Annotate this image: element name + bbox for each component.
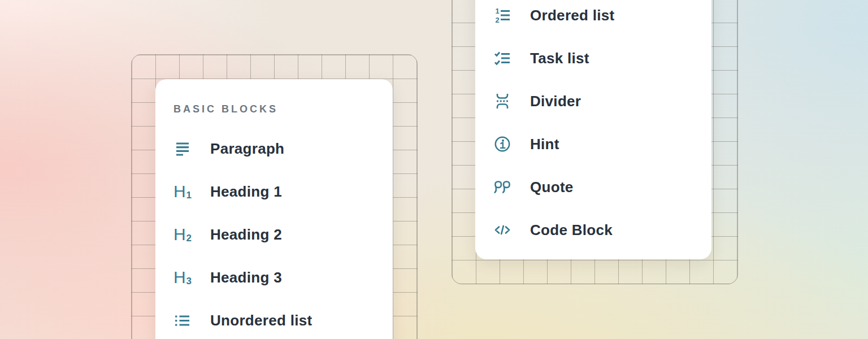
hint-icon xyxy=(493,135,511,153)
background: BASIC BLOCKS Paragraph H1 Heading 1 H2 H… xyxy=(0,0,868,339)
menu-item-divider[interactable]: Divider xyxy=(493,80,693,123)
heading-3-icon: H3 xyxy=(173,268,192,286)
blocks-menu-continued: 1 2 Ordered list Task list xyxy=(475,0,711,259)
menu-item-label: Ordered list xyxy=(530,7,615,24)
menu-item-heading-2[interactable]: H2 Heading 2 xyxy=(173,213,375,256)
menu-item-heading-1[interactable]: H1 Heading 1 xyxy=(173,170,375,213)
menu-item-hint[interactable]: Hint xyxy=(493,123,693,166)
paragraph-icon xyxy=(173,140,192,158)
section-header: BASIC BLOCKS xyxy=(173,103,375,115)
quote-icon xyxy=(493,178,511,196)
task-list-icon xyxy=(493,49,511,67)
menu-item-label: Heading 2 xyxy=(210,226,282,244)
menu-item-unordered-list[interactable]: Unordered list xyxy=(173,299,375,339)
divider-icon xyxy=(493,92,511,110)
menu-item-label: Paragraph xyxy=(210,140,284,158)
ordered-list-icon: 1 2 xyxy=(493,6,511,24)
heading-1-icon: H1 xyxy=(173,182,192,201)
menu-item-task-list[interactable]: Task list xyxy=(493,37,693,80)
menu-item-label: Heading 3 xyxy=(210,269,282,286)
menu-item-paragraph[interactable]: Paragraph xyxy=(173,127,375,170)
menu-item-label: Code Block xyxy=(530,221,613,239)
menu-item-label: Divider xyxy=(530,93,581,110)
menu-item-heading-3[interactable]: H3 Heading 3 xyxy=(173,256,375,299)
svg-text:1: 1 xyxy=(496,7,500,15)
basic-blocks-menu: BASIC BLOCKS Paragraph H1 Heading 1 H2 H… xyxy=(155,79,393,339)
menu-item-label: Task list xyxy=(530,50,589,67)
menu-item-ordered-list[interactable]: 1 2 Ordered list xyxy=(493,0,693,37)
menu-item-label: Unordered list xyxy=(210,312,312,329)
menu-item-quote[interactable]: Quote xyxy=(493,166,693,208)
heading-2-icon: H2 xyxy=(173,225,192,244)
svg-text:2: 2 xyxy=(496,16,500,24)
menu-item-label: Heading 1 xyxy=(210,183,282,201)
menu-item-code-block[interactable]: Code Block xyxy=(493,208,693,251)
unordered-list-icon xyxy=(173,311,192,329)
menu-item-label: Quote xyxy=(530,179,574,196)
menu-item-label: Hint xyxy=(530,136,559,153)
code-block-icon xyxy=(493,221,511,239)
